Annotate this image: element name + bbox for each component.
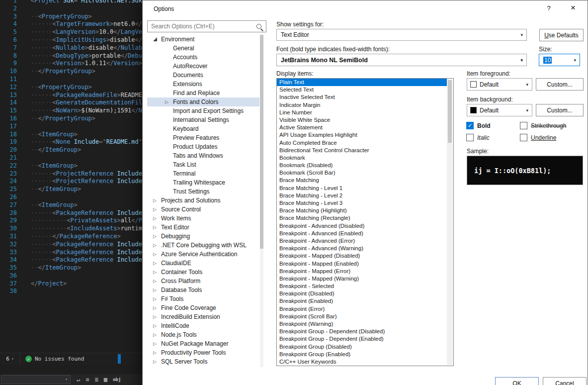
tree-item-fonts-and-colors[interactable]: ▷Fonts and Colors [147,97,259,106]
tree-item-international-settings[interactable]: International Settings [147,115,259,124]
display-item-breakpoint-advanced-disabled[interactable]: Breakpoint - Advanced (Disabled) [277,222,447,230]
display-item-selected-text[interactable]: Selected Text [277,86,447,94]
display-item-breakpoint-advanced-warning[interactable]: Breakpoint - Advanced (Warning) [277,245,447,252]
search-input[interactable] [148,21,266,32]
grid-icon[interactable]: ▦ [104,375,107,385]
tree-item-work-items[interactable]: ▷Work Items [147,214,259,223]
display-item-plain-text[interactable]: Plain Text [277,79,447,86]
chevron-collapsed-icon[interactable]: ▷ [153,359,161,364]
tree-item-claudiaide[interactable]: ▷ClaudiaIDE [147,259,259,268]
code-line[interactable]: 21 [0,154,149,162]
tree-item-cross-platform[interactable]: ▷Cross Platform [147,277,259,286]
chevron-collapsed-icon[interactable]: ▷ [153,288,161,292]
document-health-indicator[interactable]: ✓ No issues found [25,356,84,362]
tree-item-incredibuild-extension[interactable]: ▷IncrediBuild Extension [147,312,259,321]
checkbox-unchecked-icon[interactable] [520,134,527,141]
chevron-collapsed-icon[interactable]: ▷ [153,207,161,212]
tree-item-general[interactable]: General [147,44,259,53]
foreground-custom-button[interactable]: Custom... [536,78,584,91]
display-item-auto-completed-brace[interactable]: Auto Completed Brace [277,139,447,147]
display-item-bookmark-scroll-bar[interactable]: Bookmark (Scroll Bar) [277,169,447,177]
display-item-breakpoint-advanced-error[interactable]: Breakpoint - Advanced (Error) [277,237,447,245]
code-line[interactable]: 19······<None Include="README.md" Pa [0,138,149,146]
code-line[interactable]: 24······<ProjectReference Include=". [0,178,149,186]
chevron-collapsed-icon[interactable]: ▷ [165,99,173,104]
tree-item-fine-code-coverage[interactable]: ▷Fine Code Coverage [147,303,259,312]
display-item-brace-matching-level-2[interactable]: Brace Matching - Level 2 [277,192,447,199]
code-line[interactable]: 23······<ProjectReference Include=". [0,170,149,178]
wrap-icon[interactable]: ↵ [77,375,80,385]
tree-item-find-and-replace[interactable]: Find and Replace [147,89,259,97]
code-line[interactable]: 30··········<IncludeAssets>runtime; bu [0,225,149,233]
code-line[interactable]: 7······<Nullable>disable</Nullable> [0,44,149,52]
tree-item-projects-and-solutions[interactable]: ▷Projects and Solutions [147,196,259,205]
chevron-collapsed-icon[interactable]: ▷ [153,252,161,257]
sort-lines-icon[interactable]: ≣ [94,375,98,385]
display-item-brace-matching[interactable]: Brace Matching [277,177,447,184]
tree-item-extensions[interactable]: Extensions [147,80,259,89]
chevron-collapsed-icon[interactable]: ▷ [153,270,161,275]
tree-scrollbar[interactable] [260,35,263,367]
code-line[interactable]: 33······<PackageReference Include="M [0,249,149,257]
display-item-breakpoint-selected[interactable]: Breakpoint - Selected [277,283,447,290]
tree-item-trust-settings[interactable]: Trust Settings [147,187,259,196]
code-line[interactable]: 17 [0,123,149,131]
tree-item-net-core-debugging-with-wsl[interactable]: ▷.NET Core Debugging with WSL [147,241,259,250]
code-line[interactable]: 20··</ItemGroup> [0,146,149,154]
display-item-breakpoint-disabled[interactable]: Breakpoint (Disabled) [277,290,447,297]
display-item-breakpoint-mapped-warning[interactable]: Breakpoint - Mapped (Warning) [277,275,447,283]
code-line[interactable]: 25··</ItemGroup> [0,186,149,193]
code-line[interactable]: 26 [0,193,149,201]
tree-item-source-control[interactable]: ▷Source Control [147,205,259,214]
code-line[interactable]: 13······<PackageReadmeFile>README.md [0,92,149,99]
chevron-collapsed-icon[interactable]: ▷ [153,296,161,301]
display-item-active-statement[interactable]: Active Statement [277,124,447,131]
tree-item-azure-service-authentication[interactable]: ▷Azure Service Authentication [147,250,259,259]
display-item-visible-white-space[interactable]: Visible White Space [277,116,447,124]
obj-icon[interactable]: obj [113,375,121,385]
display-item-breakpoint-warning[interactable]: Breakpoint (Warning) [277,320,447,328]
display-item-brace-matching-rectangle[interactable]: Brace Matching (Rectangle) [277,214,447,222]
display-item-inactive-selected-text[interactable]: Inactive Selected Text [277,94,447,101]
code-line[interactable]: 1<Project Sdk="Microsoft.NET.Sdk" [0,0,149,5]
use-defaults-button[interactable]: Use Defaults [539,29,584,41]
code-line[interactable]: 32······<PackageReference Include="M [0,241,149,249]
code-line[interactable]: 9······<Version>1.0.11</Version> [0,60,149,68]
code-line[interactable]: 16··</PropertyGroup> [0,115,149,123]
tree-item-environment[interactable]: Environment [147,35,259,44]
checkbox-bold[interactable]: ✓Bold [466,122,520,129]
display-item-breakpoint-mapped-disabled[interactable]: Breakpoint - Mapped (Disabled) [277,252,447,260]
code-line[interactable]: 38 [0,288,149,295]
chevron-collapsed-icon[interactable]: ▷ [153,198,161,203]
display-item-brace-matching-level-1[interactable]: Brace Matching - Level 1 [277,185,447,192]
code-line[interactable]: 3··<PropertyGroup> [0,13,149,21]
code-line[interactable]: 8······<DebugType>portable</DebugTy [0,52,149,60]
editor-nav-combo[interactable]: 6 ▾ [0,353,20,365]
chevron-collapsed-icon[interactable]: ▷ [153,314,161,319]
font-combo[interactable]: JetBrains Mono NL SemiBold ▾ [276,54,527,66]
display-item-brace-matching-highlight[interactable]: Brace Matching (Highlight) [277,207,447,214]
display-item-breakpoint-advanced-enabled[interactable]: Breakpoint - Advanced (Enabled) [277,230,447,237]
code-line[interactable]: 2 [0,5,149,13]
code-line[interactable]: 29··········<PrivateAssets>all</Privat [0,217,149,225]
code-line[interactable]: 31······</PackageReference> [0,233,149,241]
code-line[interactable]: 4······<TargetFramework>net6.0</Tar [0,20,149,28]
code-line[interactable]: 5······<LangVersion>10.0</LangVersi [0,28,149,36]
tree-item-text-editor[interactable]: ▷Text Editor [147,223,259,232]
code-line[interactable]: 34······<PackageReference Include="M [0,256,149,264]
tree-item-trailing-whitespace[interactable]: Trailing Whitespace [147,178,259,187]
chevron-collapsed-icon[interactable]: ▷ [153,234,161,239]
tree-item-autorecover[interactable]: AutoRecover [147,62,259,71]
tree-item-task-list[interactable]: Task List [147,160,259,169]
code-line[interactable]: 22··<ItemGroup> [0,162,149,170]
display-item-c-c-user-keywords[interactable]: C/C++ User Keywords [277,358,447,366]
help-button[interactable]: ? [544,4,554,12]
size-combo[interactable]: 10 ▾ [539,54,580,66]
tree-item-f-tools[interactable]: ▷F# Tools [147,294,259,303]
checkbox-unchecked-icon[interactable] [520,122,527,129]
tree-item-keyboard[interactable]: Keyboard [147,124,259,133]
tree-item-nuget-package-manager[interactable]: ▷NuGet Package Manager [147,339,259,348]
checkbox-unchecked-icon[interactable] [466,134,474,141]
display-item-breakpoint-group-dependent-enabled[interactable]: Breakpoint Group - Dependent (Enabled) [277,335,447,343]
tree-item-documents[interactable]: Documents [147,71,259,80]
